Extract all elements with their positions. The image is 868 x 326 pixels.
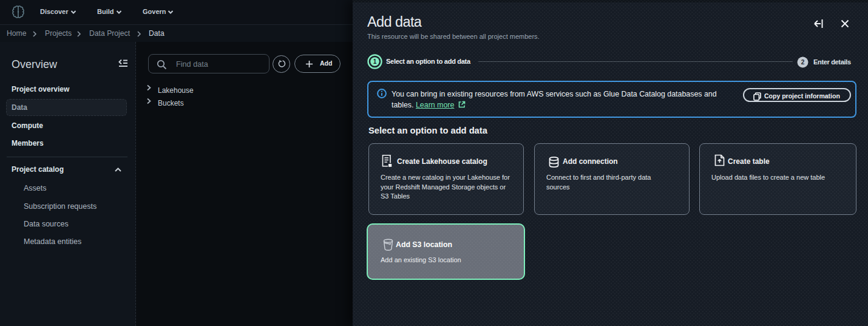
svg-text:1: 1 xyxy=(373,58,377,65)
svg-text:2: 2 xyxy=(801,59,805,66)
